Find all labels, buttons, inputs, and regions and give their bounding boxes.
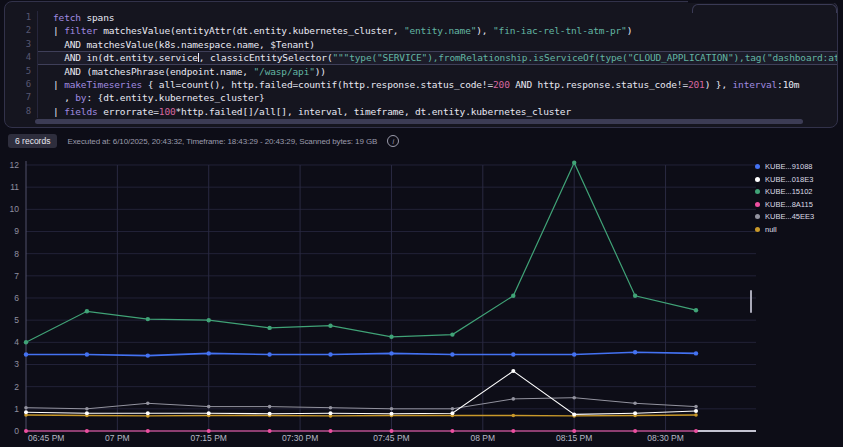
legend-scrollbar[interactable] [750, 290, 752, 313]
data-point[interactable] [572, 161, 576, 165]
data-point[interactable] [328, 324, 332, 328]
code-line-6[interactable]: 6| makeTimeseries { all=count(), http.fa… [5, 78, 837, 91]
data-point[interactable] [146, 429, 150, 433]
data-point[interactable] [207, 318, 211, 322]
editor-horizontal-scrollbar[interactable] [35, 119, 811, 124]
line-number: 4 [5, 51, 31, 64]
data-point[interactable] [24, 340, 28, 344]
data-point[interactable] [146, 353, 150, 357]
data-point[interactable] [24, 406, 28, 410]
code-line-8[interactable]: 8| fields errorrate=100*http.failed[]/al… [5, 105, 837, 118]
data-point[interactable] [512, 414, 516, 418]
data-point[interactable] [207, 411, 211, 415]
legend-label: KUBE...8A115 [765, 200, 813, 209]
data-point[interactable] [633, 429, 637, 433]
svg-text:6: 6 [14, 293, 19, 303]
data-point[interactable] [511, 429, 515, 433]
code-line-7[interactable]: 7 , by: {dt.entity.kubernetes_cluster} [5, 91, 837, 104]
data-point[interactable] [24, 352, 28, 356]
legend-dot [755, 189, 760, 194]
data-point[interactable] [450, 352, 454, 356]
data-point[interactable] [694, 413, 698, 417]
data-point[interactable] [146, 411, 150, 415]
legend-label: KUBE...45EE3 [765, 212, 814, 221]
data-point[interactable] [450, 429, 454, 433]
data-point[interactable] [633, 350, 637, 354]
svg-text:10: 10 [10, 204, 20, 214]
query-editor-panel[interactable]: 1fetch spans2| filter matchesValue(entit… [4, 1, 838, 128]
data-point[interactable] [572, 352, 576, 356]
data-point[interactable] [511, 294, 515, 298]
code-line-4[interactable]: 4 AND in(dt.entity.service, classicEntit… [5, 51, 837, 64]
data-point[interactable] [146, 402, 150, 406]
data-point[interactable] [694, 308, 698, 312]
code-line-2[interactable]: 2| filter matchesValue(entityAttr(dt.ent… [5, 24, 837, 37]
data-point[interactable] [633, 402, 637, 406]
data-point[interactable] [633, 294, 637, 298]
data-point[interactable] [328, 352, 332, 356]
data-point[interactable] [85, 429, 89, 433]
code-editor[interactable]: 1fetch spans2| filter matchesValue(entit… [5, 11, 837, 118]
data-point[interactable] [389, 351, 393, 355]
data-point[interactable] [267, 352, 271, 356]
code-line-5[interactable]: 5 AND (matchesPhrase(endpoint.name, "/wa… [5, 65, 837, 78]
data-point[interactable] [268, 429, 272, 433]
svg-text:8: 8 [14, 249, 19, 259]
data-point[interactable] [694, 429, 698, 433]
data-point[interactable] [268, 405, 272, 409]
data-point[interactable] [207, 429, 211, 433]
data-point[interactable] [85, 411, 89, 415]
legend-item-KUBE...8A115[interactable]: KUBE...8A115 [755, 200, 814, 209]
legend-item-KUBE...91088[interactable]: KUBE...91088 [755, 162, 814, 171]
data-point[interactable] [85, 309, 89, 313]
data-point[interactable] [572, 412, 576, 416]
series-line-KUBE...15102[interactable] [26, 163, 696, 342]
code-line-1[interactable]: 1fetch spans [5, 11, 837, 24]
timeseries-chart-section: 012345678910111206:45 PM07 PM07:15 PM07:… [0, 153, 843, 447]
data-point[interactable] [451, 407, 455, 411]
code-text: | filter matchesValue(entityAttr(dt.enti… [37, 24, 837, 37]
data-point[interactable] [268, 412, 272, 416]
series-line-KUBE...45EE3[interactable] [26, 398, 696, 409]
data-point[interactable] [572, 429, 576, 433]
data-point[interactable] [390, 429, 394, 433]
data-point[interactable] [24, 410, 28, 414]
data-point[interactable] [694, 351, 698, 355]
legend-item-KUBE...018E3[interactable]: KUBE...018E3 [755, 175, 814, 184]
svg-text:1: 1 [14, 404, 19, 414]
data-point[interactable] [329, 411, 333, 415]
data-point[interactable] [207, 405, 211, 409]
svg-text:07 PM: 07 PM [105, 433, 130, 443]
data-point[interactable] [572, 396, 576, 400]
scrollbar-thumb[interactable] [35, 119, 803, 124]
data-point[interactable] [85, 352, 89, 356]
data-point[interactable] [633, 411, 637, 415]
data-point[interactable] [450, 332, 454, 336]
data-point[interactable] [390, 407, 394, 411]
data-point[interactable] [24, 429, 28, 433]
legend-item-KUBE...45EE3[interactable]: KUBE...45EE3 [755, 212, 814, 221]
info-icon[interactable]: i [387, 135, 399, 147]
data-point[interactable] [450, 411, 454, 415]
timeseries-chart[interactable]: 012345678910111206:45 PM07 PM07:15 PM07:… [0, 153, 843, 447]
data-point[interactable] [85, 407, 89, 411]
data-point[interactable] [207, 351, 211, 355]
legend-item-null[interactable]: null [755, 225, 814, 234]
legend-item-KUBE...15102[interactable]: KUBE...15102 [755, 187, 814, 196]
data-point[interactable] [329, 429, 333, 433]
data-point[interactable] [512, 397, 516, 401]
data-point[interactable] [329, 406, 333, 410]
code-line-3[interactable]: 3 AND matchesValue(k8s.namespace.name, $… [5, 38, 837, 51]
data-point[interactable] [511, 369, 515, 373]
data-point[interactable] [694, 405, 698, 409]
data-point[interactable] [511, 352, 515, 356]
data-point[interactable] [389, 335, 393, 339]
data-point[interactable] [390, 412, 394, 416]
data-point[interactable] [694, 409, 698, 413]
legend-dot [755, 164, 760, 169]
data-point[interactable] [146, 317, 150, 321]
series-line-null[interactable] [26, 415, 696, 416]
series-line-KUBE...91088[interactable] [26, 352, 696, 355]
svg-text:12: 12 [10, 160, 20, 170]
data-point[interactable] [267, 326, 271, 330]
